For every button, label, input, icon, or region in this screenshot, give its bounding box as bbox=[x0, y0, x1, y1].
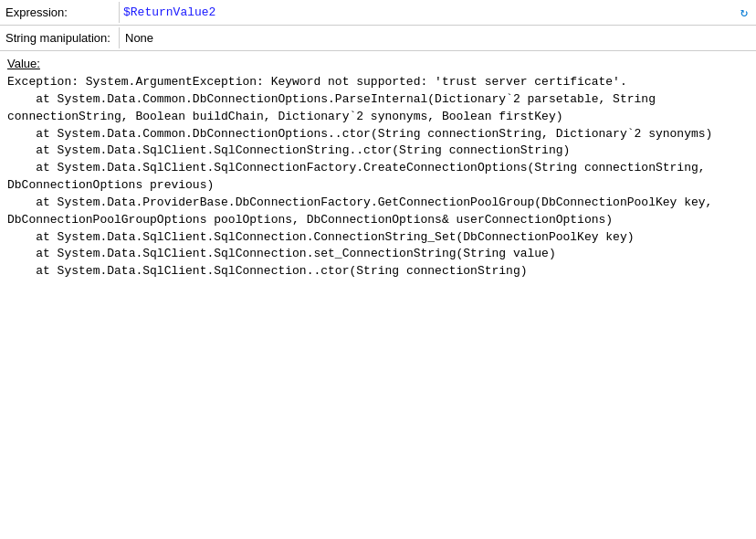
string-manipulation-label: String manipulation: bbox=[0, 27, 119, 48]
value-label: Value: bbox=[7, 57, 40, 70]
string-manipulation-value: None bbox=[120, 27, 159, 48]
refresh-icon[interactable]: ↻ bbox=[736, 5, 752, 21]
value-section: Value: Exception: System.ArgumentExcepti… bbox=[0, 51, 756, 539]
string-manipulation-value-wrapper: None bbox=[119, 27, 756, 48]
expression-label: Expression: bbox=[0, 2, 119, 23]
expression-input[interactable] bbox=[120, 2, 756, 23]
string-manipulation-row: String manipulation: None bbox=[0, 26, 756, 51]
expression-input-wrapper: ↻ bbox=[119, 2, 756, 23]
expression-row: Expression: ↻ bbox=[0, 0, 756, 26]
value-text: Exception: System.ArgumentException: Key… bbox=[7, 75, 719, 278]
main-container: Expression: ↻ String manipulation: None … bbox=[0, 0, 756, 539]
